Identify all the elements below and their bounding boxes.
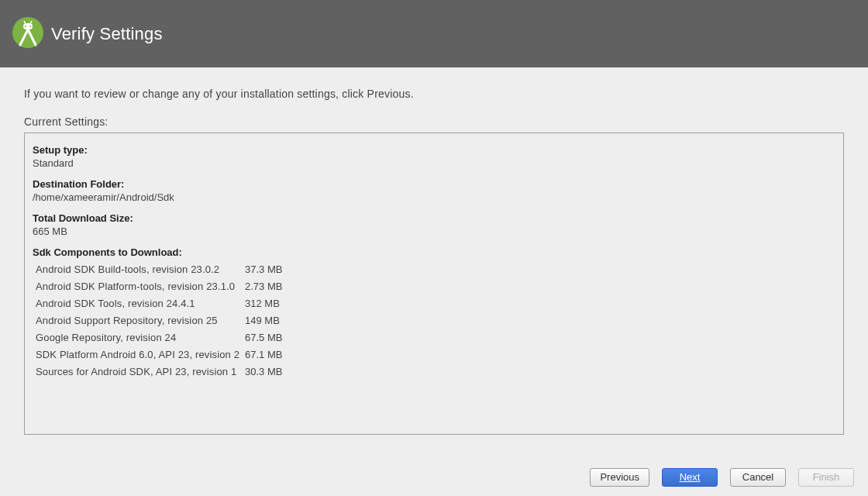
current-settings-label: Current Settings:: [24, 115, 844, 128]
destination-folder-label: Destination Folder:: [33, 178, 835, 190]
components-table: Android SDK Build-tools, revision 23.0.2…: [36, 261, 835, 381]
next-button[interactable]: Next: [662, 468, 718, 487]
settings-panel: Setup type: Standard Destination Folder:…: [24, 133, 844, 435]
android-studio-logo-icon: [9, 14, 46, 53]
next-button-label: Next: [680, 471, 701, 483]
intro-text: If you want to review or change any of y…: [24, 88, 844, 100]
previous-button[interactable]: Previous: [590, 468, 649, 487]
component-name: Android SDK Build-tools, revision 23.0.2: [36, 264, 245, 275]
svg-point-6: [26, 29, 29, 33]
component-name: Android SDK Tools, revision 24.4.1: [36, 298, 245, 309]
component-name: Google Repository, revision 24: [36, 332, 245, 343]
setup-type-value: Standard: [33, 157, 835, 169]
content-area: If you want to review or change any of y…: [0, 67, 868, 435]
component-row: Android SDK Platform-tools, revision 23.…: [36, 278, 835, 295]
total-download-size-label: Total Download Size:: [33, 212, 835, 224]
component-size: 312 MB: [245, 298, 307, 309]
component-row: Google Repository, revision 2467.5 MB: [36, 329, 835, 346]
cancel-button[interactable]: Cancel: [730, 468, 786, 487]
component-size: 37.3 MB: [245, 264, 307, 275]
component-row: Android SDK Build-tools, revision 23.0.2…: [36, 261, 835, 278]
component-row: SDK Platform Android 6.0, API 23, revisi…: [36, 346, 835, 363]
component-size: 2.73 MB: [245, 281, 307, 292]
component-size: 149 MB: [245, 315, 307, 326]
header-bar: Verify Settings: [0, 0, 868, 67]
footer-buttons: Previous Next Cancel Finish: [0, 459, 868, 496]
component-name: SDK Platform Android 6.0, API 23, revisi…: [36, 349, 245, 360]
component-size: 30.3 MB: [245, 366, 307, 377]
total-download-size-value: 665 MB: [33, 226, 835, 237]
destination-folder-block: Destination Folder: /home/xameeramir/And…: [33, 178, 835, 203]
page-title: Verify Settings: [51, 24, 163, 44]
component-size: 67.5 MB: [245, 332, 307, 343]
setup-type-label: Setup type:: [33, 144, 835, 156]
total-download-size-block: Total Download Size: 665 MB: [33, 212, 835, 237]
component-row: Sources for Android SDK, API 23, revisio…: [36, 363, 835, 381]
svg-point-5: [29, 26, 31, 27]
component-row: Android SDK Tools, revision 24.4.1312 MB: [36, 295, 835, 312]
component-name: Sources for Android SDK, API 23, revisio…: [36, 366, 245, 377]
component-name: Android SDK Platform-tools, revision 23.…: [36, 281, 245, 292]
component-row: Android Support Repository, revision 251…: [36, 312, 835, 329]
finish-button: Finish: [798, 468, 854, 487]
component-size: 67.1 MB: [245, 349, 307, 360]
setup-type-block: Setup type: Standard: [33, 144, 835, 169]
svg-point-4: [25, 26, 26, 27]
destination-folder-value: /home/xameeramir/Android/Sdk: [33, 191, 835, 203]
components-label: Sdk Components to Download:: [33, 246, 835, 258]
component-name: Android Support Repository, revision 25: [36, 315, 245, 326]
